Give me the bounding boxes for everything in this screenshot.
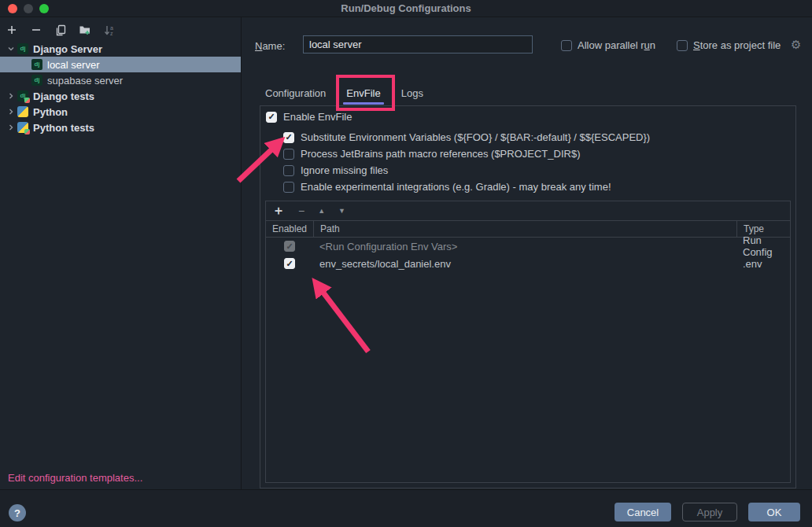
svg-text:a: a: [110, 25, 113, 31]
name-label: Name:: [255, 40, 285, 52]
test-badge-icon: [24, 129, 30, 135]
chevron-right-icon[interactable]: [5, 90, 17, 102]
window-title: Run/Debug Configurations: [0, 2, 812, 14]
add-env-file-icon[interactable]: ＋: [272, 203, 285, 219]
env-files-table: ＋ − ▲ ▼ Enabled Path Type <Run Configura…: [265, 201, 791, 483]
tree-item-supabase-server[interactable]: dj supabase server: [0, 72, 241, 88]
new-folder-icon[interactable]: [76, 21, 94, 39]
title-bar: Run/Debug Configurations: [0, 0, 812, 17]
checkbox-unchecked[interactable]: [283, 165, 294, 176]
allow-parallel-run-label: Allow parallel run: [578, 39, 655, 51]
sort-alphabetically-icon[interactable]: az: [101, 21, 118, 39]
checkbox-unchecked[interactable]: [677, 40, 688, 51]
env-file-path: <Run Configuration Env Vars>: [313, 238, 736, 255]
enable-envfile-checkbox[interactable]: Enable EnvFile: [266, 111, 352, 123]
python-icon: [17, 106, 28, 117]
chevron-down-icon[interactable]: [5, 42, 17, 55]
tree-item-label: Python: [33, 106, 68, 118]
enable-envfile-label: Enable EnvFile: [283, 111, 352, 123]
test-badge-icon: [24, 98, 30, 103]
configurations-tree: dj Django Server dj local server dj supa…: [0, 41, 241, 135]
chevron-right-icon[interactable]: [5, 105, 17, 118]
checkbox-checked[interactable]: [283, 132, 294, 143]
add-configuration-icon[interactable]: [3, 21, 20, 39]
configuration-tabs: Configuration EnvFile Logs: [255, 81, 434, 105]
tree-item-local-server[interactable]: dj local server: [0, 57, 241, 72]
configurations-sidebar: az dj Django Server dj local server dj s…: [0, 17, 242, 489]
dialog-footer: ? Cancel Apply OK: [0, 489, 812, 527]
allow-parallel-run-checkbox[interactable]: Allow parallel run: [561, 39, 655, 51]
remove-configuration-icon[interactable]: [28, 21, 45, 39]
process-path-macro-checkbox[interactable]: Process JetBrains path macro references …: [283, 148, 580, 160]
store-as-project-file-checkbox[interactable]: Store as project file: [677, 39, 781, 51]
ok-button[interactable]: OK: [748, 503, 800, 521]
experimental-integrations-checkbox[interactable]: Enable experimental integrations (e.g. G…: [283, 181, 611, 193]
name-input[interactable]: [303, 35, 533, 53]
tab-logs[interactable]: Logs: [391, 81, 434, 105]
column-header-path[interactable]: Path: [313, 221, 736, 237]
tree-item-python-tests[interactable]: Python tests: [0, 120, 241, 135]
help-button[interactable]: ?: [9, 504, 26, 521]
tree-item-django-server[interactable]: dj Django Server: [0, 41, 241, 57]
table-toolbar: ＋ − ▲ ▼: [266, 201, 790, 220]
env-file-path: env_secrets/local_daniel.env: [313, 255, 736, 272]
move-down-icon[interactable]: ▼: [338, 207, 345, 215]
checkbox-unchecked[interactable]: [283, 182, 294, 193]
checkbox-checked[interactable]: [266, 112, 277, 123]
column-header-enabled[interactable]: Enabled: [266, 221, 313, 237]
store-as-project-file-label: Store as project file: [693, 39, 781, 51]
move-up-icon[interactable]: ▲: [318, 207, 325, 215]
remove-env-file-icon[interactable]: −: [298, 205, 304, 217]
tree-item-label: Django tests: [33, 90, 94, 102]
tree-item-label: Django Server: [33, 43, 102, 55]
substitute-env-vars-checkbox[interactable]: Substitute Environment Variables (${FOO}…: [283, 131, 650, 143]
experimental-integrations-label: Enable experimental integrations (e.g. G…: [301, 181, 611, 193]
tree-item-label: supabase server: [47, 75, 123, 87]
django-tests-icon: dj: [17, 90, 28, 101]
svg-text:z: z: [110, 31, 113, 36]
apply-button[interactable]: Apply: [682, 503, 737, 521]
env-file-type: .env: [736, 255, 790, 272]
gear-icon[interactable]: ⚙: [791, 38, 801, 52]
ignore-missing-files-checkbox[interactable]: Ignore missing files: [283, 164, 388, 176]
env-file-type: Run Config: [736, 238, 790, 255]
edit-configuration-templates-link[interactable]: Edit configuration templates...: [8, 472, 142, 484]
django-icon: dj: [31, 59, 42, 70]
run-debug-configurations-dialog: Run/Debug Configurations az: [0, 0, 812, 527]
chevron-right-icon[interactable]: [5, 121, 17, 134]
tab-envfile[interactable]: EnvFile: [336, 81, 390, 105]
checkbox-checked[interactable]: [284, 258, 295, 269]
python-tests-icon: [17, 122, 28, 133]
tree-item-python[interactable]: Python: [0, 104, 241, 120]
django-icon: dj: [17, 43, 28, 54]
table-row[interactable]: <Run Configuration Env Vars> Run Config: [266, 238, 790, 255]
tree-item-label: Python tests: [33, 122, 94, 134]
cancel-button[interactable]: Cancel: [615, 503, 671, 521]
process-path-macro-label: Process JetBrains path macro references …: [301, 148, 580, 160]
sidebar-toolbar: az: [3, 20, 118, 39]
tree-item-django-tests[interactable]: dj Django tests: [0, 88, 241, 104]
table-header-row: Enabled Path Type: [266, 220, 790, 238]
substitute-env-vars-label: Substitute Environment Variables (${FOO}…: [301, 131, 650, 143]
checkbox-checked-disabled: [284, 241, 295, 252]
django-icon: dj: [31, 75, 42, 86]
tree-item-label: local server: [47, 59, 99, 71]
table-row[interactable]: env_secrets/local_daniel.env .env: [266, 255, 790, 272]
checkbox-unchecked[interactable]: [283, 149, 294, 160]
tab-configuration[interactable]: Configuration: [255, 81, 336, 105]
envfile-panel: Enable EnvFile Substitute Environment Va…: [260, 105, 796, 488]
ignore-missing-files-label: Ignore missing files: [301, 164, 388, 176]
copy-configuration-icon[interactable]: [52, 21, 69, 39]
checkbox-unchecked[interactable]: [561, 40, 572, 51]
